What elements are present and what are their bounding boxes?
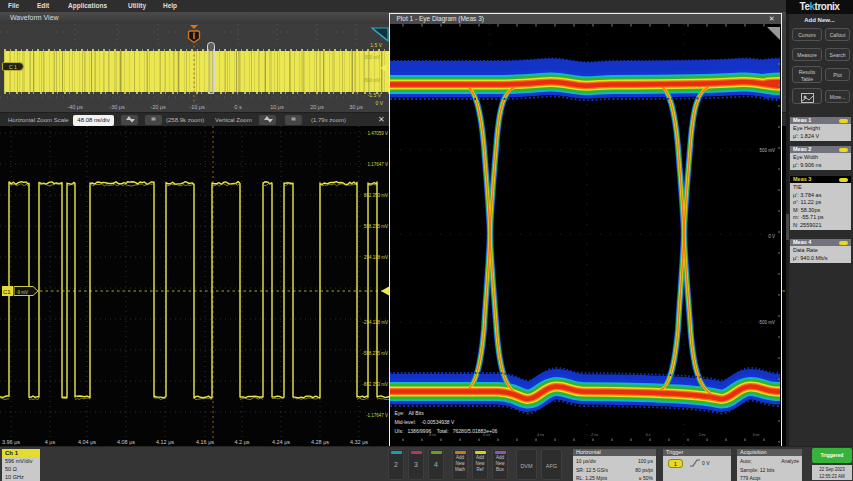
svg-text:4.04 μs: 4.04 μs: [78, 439, 96, 445]
svg-text:-1.5 V: -1.5 V: [368, 92, 382, 98]
svg-text:1.17647 V: 1.17647 V: [367, 162, 388, 167]
svg-text:3.96 μs: 3.96 μs: [2, 439, 20, 445]
svg-text:-588.235 mV: -588.235 mV: [362, 351, 388, 356]
svg-text:4.08 μs: 4.08 μs: [117, 439, 135, 445]
svg-text:4.16 μs: 4.16 μs: [196, 439, 214, 445]
svg-text:500 mV: 500 mV: [759, 148, 775, 153]
svg-text:-500 mV: -500 mV: [363, 78, 380, 83]
svg-text:C1: C1: [3, 289, 11, 295]
svg-text:4 ns: 4 ns: [752, 433, 759, 437]
svg-text:500 mV: 500 mV: [364, 55, 380, 60]
svg-text:2 ns: 2 ns: [698, 433, 705, 437]
svg-text:-500 mV: -500 mV: [757, 320, 774, 325]
svg-text:-1.17647 V: -1.17647 V: [366, 413, 388, 418]
svg-text:-882.353 mV: -882.353 mV: [362, 382, 388, 387]
svg-text:4 μs: 4 μs: [45, 439, 56, 445]
svg-text:-2 ns: -2 ns: [590, 433, 598, 437]
svg-text:1.5 V: 1.5 V: [370, 42, 382, 48]
svg-text:4.2 μs: 4.2 μs: [234, 439, 249, 445]
svg-text:4.12 μs: 4.12 μs: [156, 439, 174, 445]
svg-text:-9 mV: -9 mV: [16, 290, 28, 295]
svg-text:882.353 mV: 882.353 mV: [364, 193, 388, 198]
svg-text:0 s: 0 s: [645, 433, 650, 437]
svg-text:4.28 μs: 4.28 μs: [311, 439, 329, 445]
svg-text:1.47059 V: 1.47059 V: [367, 131, 388, 136]
svg-text:294.118 mV: 294.118 mV: [364, 255, 388, 260]
svg-text:4.32 μs: 4.32 μs: [350, 439, 368, 445]
svg-text:0 V: 0 V: [768, 234, 775, 239]
svg-text:588.235 mV: 588.235 mV: [364, 224, 388, 229]
svg-text:-294.118 mV: -294.118 mV: [363, 320, 388, 325]
svg-text:-4 ns: -4 ns: [536, 433, 544, 437]
svg-text:4.24 μs: 4.24 μs: [272, 439, 290, 445]
